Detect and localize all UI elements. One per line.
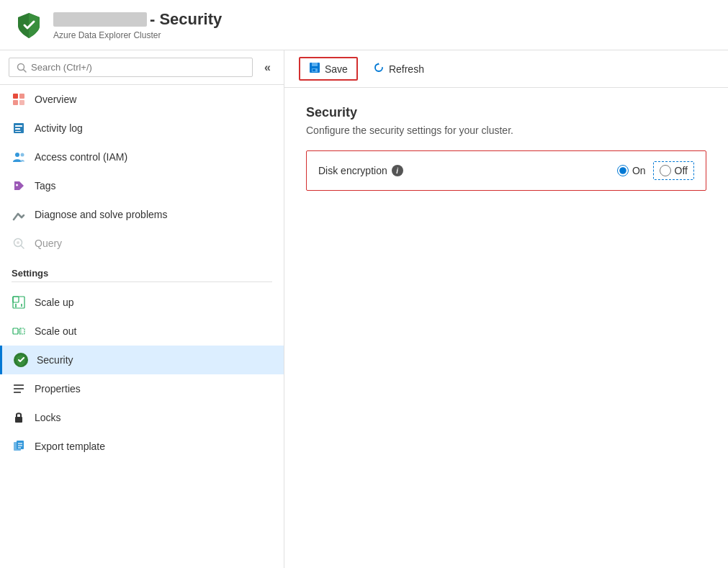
sidebar: « Overview Activity log bbox=[0, 50, 284, 568]
svg-rect-23 bbox=[13, 328, 18, 334]
settings-section-header: Settings bbox=[0, 258, 284, 281]
header: - Security Azure Data Explorer Cluster bbox=[0, 0, 728, 50]
sidebar-item-diagnose[interactable]: Diagnose and solve problems bbox=[0, 200, 284, 229]
sidebar-item-query: Query bbox=[0, 229, 284, 258]
sidebar-item-security[interactable]: Security bbox=[0, 346, 284, 374]
diagnose-icon bbox=[12, 207, 26, 222]
svg-rect-5 bbox=[19, 100, 24, 105]
shield-icon bbox=[14, 11, 43, 40]
save-button-label: Save bbox=[325, 63, 348, 75]
svg-rect-7 bbox=[15, 125, 22, 127]
sidebar-item-scale-out[interactable]: Scale out bbox=[0, 317, 284, 346]
svg-rect-20 bbox=[13, 297, 19, 302]
main-container: « Overview Activity log bbox=[0, 50, 728, 568]
disk-encryption-off-radio[interactable] bbox=[660, 165, 671, 176]
svg-line-17 bbox=[21, 245, 24, 248]
sidebar-item-query-label: Query bbox=[35, 238, 62, 249]
save-icon bbox=[309, 62, 320, 76]
search-input[interactable] bbox=[31, 62, 245, 73]
svg-rect-39 bbox=[313, 69, 315, 71]
sidebar-item-scale-out-label: Scale out bbox=[35, 325, 76, 337]
cluster-name-blurred bbox=[53, 12, 147, 27]
disk-encryption-label: Disk encryption i bbox=[318, 165, 617, 176]
collapse-button[interactable]: « bbox=[260, 58, 275, 77]
sidebar-search-box[interactable] bbox=[9, 58, 253, 77]
sidebar-item-tags-label: Tags bbox=[35, 180, 56, 191]
refresh-button-label: Refresh bbox=[389, 63, 424, 75]
svg-point-10 bbox=[15, 153, 19, 157]
sidebar-item-security-label: Security bbox=[37, 354, 73, 366]
save-button[interactable]: Save bbox=[299, 57, 358, 81]
access-control-icon bbox=[12, 150, 26, 164]
sidebar-item-activity-log-label: Activity log bbox=[35, 122, 83, 134]
svg-rect-8 bbox=[15, 128, 20, 130]
svg-rect-9 bbox=[15, 131, 21, 132]
svg-line-15 bbox=[22, 215, 24, 217]
svg-rect-3 bbox=[19, 94, 24, 99]
toolbar: Save Refresh bbox=[284, 50, 728, 88]
svg-rect-37 bbox=[312, 63, 318, 66]
header-text-area: - Security Azure Data Explorer Cluster bbox=[53, 10, 222, 40]
disk-encryption-info-icon[interactable]: i bbox=[392, 165, 403, 176]
disk-encryption-off-wrapper: Off bbox=[653, 161, 694, 180]
disk-encryption-on-radio[interactable] bbox=[617, 165, 629, 176]
tags-icon bbox=[12, 179, 26, 193]
disk-encryption-off-option[interactable]: Off bbox=[660, 165, 688, 176]
svg-point-18 bbox=[17, 241, 19, 244]
activity-log-icon bbox=[12, 121, 26, 135]
refresh-button[interactable]: Refresh bbox=[364, 58, 433, 80]
svg-rect-29 bbox=[14, 392, 21, 393]
sidebar-item-export-template-label: Export template bbox=[35, 441, 105, 452]
refresh-icon bbox=[373, 62, 385, 76]
sidebar-item-scale-up-label: Scale up bbox=[35, 297, 73, 308]
sidebar-item-access-control-label: Access control (IAM) bbox=[35, 151, 127, 163]
svg-line-13 bbox=[14, 214, 18, 220]
svg-line-1 bbox=[24, 69, 27, 72]
sidebar-item-overview-label: Overview bbox=[35, 94, 76, 105]
export-template-icon bbox=[12, 439, 26, 454]
scale-up-icon bbox=[12, 295, 26, 310]
content-panel: Security Configure the security settings… bbox=[284, 88, 728, 568]
header-subtitle: Azure Data Explorer Cluster bbox=[53, 30, 222, 40]
sidebar-item-export-template[interactable]: Export template bbox=[0, 432, 284, 461]
overview-icon bbox=[12, 92, 26, 107]
sidebar-item-activity-log[interactable]: Activity log bbox=[0, 114, 284, 143]
sidebar-item-scale-up[interactable]: Scale up bbox=[0, 288, 284, 317]
sidebar-item-properties-label: Properties bbox=[35, 383, 81, 395]
sidebar-item-properties[interactable]: Properties bbox=[0, 374, 284, 403]
panel-description: Configure the security settings for your… bbox=[306, 125, 706, 136]
disk-encryption-on-label: On bbox=[632, 165, 646, 176]
security-nav-icon bbox=[14, 353, 28, 367]
svg-point-12 bbox=[16, 184, 18, 186]
settings-divider bbox=[12, 281, 272, 282]
locks-icon bbox=[12, 410, 26, 425]
panel-title: Security bbox=[306, 105, 706, 120]
svg-rect-30 bbox=[15, 417, 22, 423]
svg-rect-4 bbox=[13, 100, 18, 105]
scale-out-icon bbox=[12, 324, 26, 338]
header-title: - Security bbox=[150, 10, 222, 29]
sidebar-item-tags[interactable]: Tags bbox=[0, 171, 284, 200]
sidebar-item-diagnose-label: Diagnose and solve problems bbox=[35, 209, 167, 220]
svg-point-11 bbox=[21, 153, 24, 157]
sidebar-search-row: « bbox=[0, 50, 284, 85]
search-icon bbox=[17, 63, 27, 73]
svg-rect-28 bbox=[14, 388, 24, 389]
query-icon bbox=[12, 236, 26, 251]
svg-rect-25 bbox=[19, 328, 22, 334]
disk-encryption-row: Disk encryption i On Off bbox=[306, 150, 706, 191]
sidebar-item-locks[interactable]: Locks bbox=[0, 403, 284, 432]
properties-icon bbox=[12, 382, 26, 396]
disk-encryption-radio-group: On Off bbox=[617, 161, 694, 180]
sidebar-item-locks-label: Locks bbox=[35, 412, 61, 423]
svg-rect-2 bbox=[13, 94, 18, 99]
sidebar-item-access-control[interactable]: Access control (IAM) bbox=[0, 143, 284, 171]
disk-encryption-on-option[interactable]: On bbox=[617, 165, 646, 176]
svg-rect-27 bbox=[14, 384, 24, 386]
content-area: Save Refresh Security Configure the secu… bbox=[284, 50, 728, 568]
disk-encryption-off-label: Off bbox=[675, 165, 688, 176]
sidebar-item-overview[interactable]: Overview bbox=[0, 85, 284, 114]
